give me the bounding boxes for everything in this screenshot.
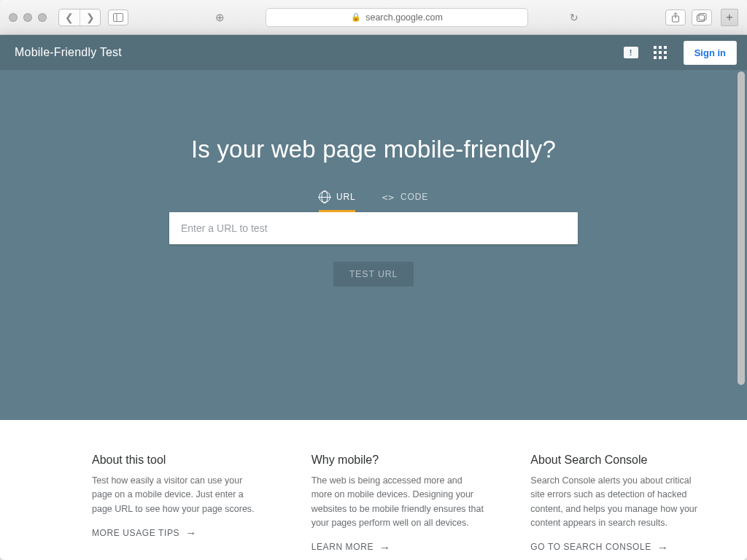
info-body: The web is being accessed more and more … (311, 474, 484, 531)
feedback-icon: ! (624, 47, 638, 58)
info-columns: About this tool Test how easily a visito… (0, 420, 747, 553)
app-title: Mobile-Friendly Test (15, 46, 615, 59)
link-label: MORE USAGE TIPS (92, 528, 179, 538)
tab-code-label: CODE (400, 192, 428, 202)
tabs-overview-button[interactable] (692, 9, 712, 26)
lock-icon: 🔒 (351, 12, 361, 22)
info-title: About this tool (92, 454, 265, 467)
share-button[interactable] (665, 9, 686, 26)
window-controls (9, 13, 47, 22)
info-title: About Search Console (530, 454, 703, 467)
go-to-search-console-link[interactable]: GO TO SEARCH CONSOLE → (530, 541, 703, 553)
code-icon: <> (382, 192, 395, 203)
toolbar-right-group: + (665, 9, 738, 26)
url-input[interactable] (169, 212, 578, 244)
address-text: search.google.com (365, 12, 443, 23)
new-tab-button[interactable]: + (721, 9, 738, 26)
info-body: Search Console alerts you about critical… (530, 474, 703, 531)
sign-in-button[interactable]: Sign in (684, 41, 737, 65)
feedback-button[interactable]: ! (618, 39, 644, 66)
browser-toolbar: ❮ ❯ ⊕ 🔒 search.google.com ↻ + (0, 0, 747, 35)
vertical-scrollbar[interactable] (738, 71, 745, 385)
tab-code[interactable]: <> CODE (382, 191, 428, 212)
forward-button[interactable]: ❯ (80, 9, 100, 26)
arrow-right-icon: → (379, 541, 391, 553)
link-label: GO TO SEARCH CONSOLE (530, 542, 651, 552)
arrow-right-icon: → (185, 526, 197, 539)
link-label: LEARN MORE (311, 542, 374, 552)
svg-rect-5 (699, 13, 706, 20)
minimize-window-button[interactable] (23, 13, 32, 22)
input-mode-tabs: URL <> CODE (319, 191, 428, 212)
sidebar-icon (113, 13, 123, 22)
app-header: Mobile-Friendly Test ! Sign in (0, 35, 747, 70)
apps-grid-icon (654, 46, 667, 59)
share-icon (671, 12, 680, 23)
tab-url[interactable]: URL (319, 191, 355, 212)
learn-more-link[interactable]: LEARN MORE → (311, 541, 484, 553)
google-apps-button[interactable] (647, 39, 673, 66)
info-col-why-mobile: Why mobile? The web is being accessed mo… (311, 454, 484, 553)
reload-button[interactable]: ↻ (566, 9, 582, 26)
svg-rect-0 (114, 13, 123, 21)
address-bar[interactable]: 🔒 search.google.com (266, 8, 528, 27)
more-usage-tips-link[interactable]: MORE USAGE TIPS → (92, 526, 265, 539)
close-window-button[interactable] (9, 13, 18, 22)
globe-icon (319, 191, 330, 203)
back-button[interactable]: ❮ (59, 9, 80, 26)
info-body: Test how easily a visitor can use your p… (92, 474, 265, 516)
test-url-button[interactable]: TEST URL (333, 262, 414, 287)
info-col-about-tool: About this tool Test how easily a visito… (92, 454, 265, 553)
sidebar-toggle-button[interactable] (108, 9, 128, 26)
info-title: Why mobile? (311, 454, 484, 467)
hero-section: Is your web page mobile-friendly? URL <>… (0, 70, 747, 420)
zoom-window-button[interactable] (38, 13, 47, 22)
hero-heading: Is your web page mobile-friendly? (191, 136, 556, 163)
page-viewport: Mobile-Friendly Test ! Sign in Is your w… (0, 35, 747, 560)
new-tab-plus-icon[interactable]: ⊕ (212, 9, 228, 26)
tabs-icon (697, 13, 707, 22)
tab-url-label: URL (336, 192, 355, 202)
address-bar-wrap: ⊕ 🔒 search.google.com ↻ (236, 8, 557, 27)
arrow-right-icon: → (657, 541, 669, 553)
nav-button-group: ❮ ❯ (58, 9, 101, 26)
info-col-search-console: About Search Console Search Console aler… (530, 454, 703, 553)
svg-rect-4 (697, 15, 705, 21)
